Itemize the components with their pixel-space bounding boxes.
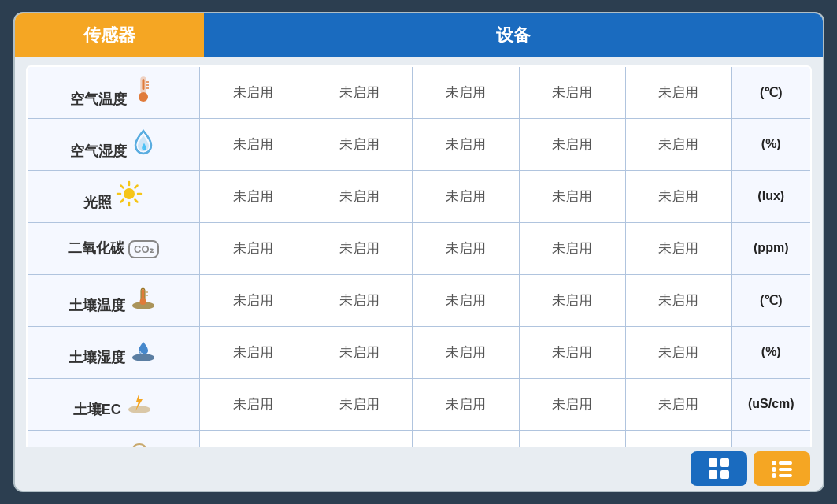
value-cell-r7-c3: 未启用 (519, 430, 625, 447)
svg-line-15 (121, 200, 124, 202)
value-cell-r3-c2: 未启用 (413, 222, 519, 274)
svg-point-22 (132, 354, 154, 361)
svg-point-35 (772, 473, 776, 478)
svg-rect-36 (779, 474, 792, 477)
unit-cell-1: (%) (732, 118, 811, 170)
svg-point-31 (772, 461, 776, 465)
svg-point-7 (124, 188, 135, 199)
value-cell-r4-c0: 未启用 (200, 274, 306, 326)
value-cell-r5-c0: 未启用 (200, 326, 306, 378)
table-row: 土壤湿度 未启用未启用未启用未启用未启用(%) (27, 326, 811, 378)
sensor-cell-6: 土壤EC (27, 378, 200, 430)
svg-text:💧: 💧 (140, 143, 148, 150)
header-device: 设备 (204, 13, 823, 57)
value-cell-r1-c2: 未启用 (413, 118, 519, 170)
value-cell-r6-c4: 未启用 (625, 378, 731, 430)
value-cell-r6-c2: 未启用 (413, 378, 519, 430)
value-cell-r0-c1: 未启用 (306, 66, 413, 118)
soil-ec-icon (125, 402, 154, 417)
value-cell-r2-c0: 未启用 (200, 170, 306, 222)
value-cell-r1-c4: 未启用 (625, 118, 731, 170)
soil-hum-icon (129, 350, 157, 365)
unit-cell-4: (℃) (732, 274, 811, 326)
unit-cell-5: (%) (732, 326, 811, 378)
unit-cell-0: (℃) (732, 66, 811, 118)
value-cell-r5-c2: 未启用 (413, 326, 519, 378)
value-cell-r6-c0: 未启用 (200, 378, 306, 430)
value-cell-r2-c4: 未启用 (625, 170, 731, 222)
value-cell-r5-c3: 未启用 (519, 326, 625, 378)
svg-rect-1 (143, 79, 145, 90)
sensor-cell-3: 二氧化碳 CO₂ (27, 222, 200, 274)
co2-icon: CO₂ (128, 240, 159, 256)
sensor-name: 二氧化碳 (68, 240, 124, 256)
sensor-name: 土壤温度 (69, 298, 125, 313)
value-cell-r0-c4: 未启用 (625, 66, 731, 118)
svg-rect-34 (779, 468, 792, 471)
table-row: 空气湿度 💧 未启用未启用未启用未启用未启用(%) (27, 118, 811, 170)
svg-rect-32 (779, 461, 792, 465)
list-view-button[interactable] (754, 451, 810, 486)
value-cell-r7-c2: 未启用 (413, 430, 519, 447)
value-cell-r2-c3: 未启用 (519, 170, 625, 222)
sensor-label: 传感器 (83, 24, 135, 47)
air-temp-icon (131, 91, 156, 107)
value-cell-r0-c2: 未启用 (413, 66, 519, 118)
value-cell-r6-c1: 未启用 (306, 378, 413, 430)
table-row: 土壤PH PH 未启用未启用未启用未启用未启用(PH) (27, 430, 811, 447)
svg-rect-29 (709, 470, 717, 479)
svg-point-33 (772, 467, 776, 472)
svg-point-23 (128, 406, 150, 413)
table-row: 光照 未启用未启用未启用未启用未启用(lux) (27, 170, 811, 222)
value-cell-r0-c3: 未启用 (519, 66, 625, 118)
value-cell-r3-c0: 未启用 (200, 222, 306, 274)
sensor-name: 土壤湿度 (69, 350, 125, 365)
sensor-cell-2: 光照 (27, 170, 200, 222)
soil-temp-icon (129, 298, 157, 313)
sensor-name: 空气湿度 (70, 143, 127, 159)
table-area: 空气温度 未启用未启用未启用未启用未启用(℃)空气湿度 💧 未启用未启用未启用未… (15, 57, 823, 447)
value-cell-r3-c3: 未启用 (519, 222, 625, 274)
sensor-cell-1: 空气湿度 💧 (27, 118, 200, 170)
table-row: 土壤温度 未启用未启用未启用未启用未启用(℃) (27, 274, 811, 326)
value-cell-r4-c3: 未启用 (519, 274, 625, 326)
value-cell-r6-c3: 未启用 (519, 378, 625, 430)
sensor-name: 土壤EC (73, 402, 121, 417)
footer (15, 447, 823, 491)
sensor-name: 空气温度 (70, 91, 127, 107)
table-row: 土壤EC 未启用未启用未启用未启用未启用(uS/cm) (27, 378, 811, 430)
unit-cell-2: (lux) (732, 170, 811, 222)
svg-rect-18 (142, 289, 144, 298)
svg-point-2 (139, 92, 148, 102)
header: 传感器 设备 (15, 13, 823, 57)
value-cell-r1-c3: 未启用 (519, 118, 625, 170)
value-cell-r7-c4: 未启用 (625, 430, 731, 447)
light-icon (116, 195, 143, 210)
table-row: 空气温度 未启用未启用未启用未启用未启用(℃) (27, 66, 811, 118)
svg-line-12 (121, 186, 124, 188)
value-cell-r0-c0: 未启用 (200, 66, 306, 118)
value-cell-r3-c4: 未启用 (625, 222, 731, 274)
svg-line-14 (135, 186, 138, 188)
value-cell-r3-c1: 未启用 (306, 222, 413, 274)
unit-cell-6: (uS/cm) (732, 378, 811, 430)
value-cell-r7-c1: 未启用 (306, 430, 413, 447)
sensor-cell-0: 空气温度 (27, 66, 200, 118)
svg-line-13 (135, 200, 138, 202)
svg-point-19 (140, 298, 146, 305)
unit-cell-7: (PH) (732, 430, 811, 447)
svg-rect-28 (720, 458, 729, 467)
svg-rect-27 (709, 458, 717, 467)
value-cell-r7-c0: 未启用 (200, 430, 306, 447)
svg-rect-30 (720, 470, 729, 479)
sensor-cell-5: 土壤湿度 (27, 326, 200, 378)
main-container: 传感器 设备 空气温度 未启用未启用未启用未启用未启用(℃)空气湿度 💧 未 (13, 12, 824, 492)
table-row: 二氧化碳 CO₂未启用未启用未启用未启用未启用(ppm) (27, 222, 811, 274)
grid-view-button[interactable] (691, 451, 747, 486)
value-cell-r1-c0: 未启用 (200, 118, 306, 170)
device-label: 设备 (496, 24, 531, 47)
sensor-table: 空气温度 未启用未启用未启用未启用未启用(℃)空气湿度 💧 未启用未启用未启用未… (26, 65, 812, 447)
value-cell-r4-c1: 未启用 (306, 274, 413, 326)
unit-cell-3: (ppm) (732, 222, 811, 274)
sensor-name: 光照 (83, 195, 112, 210)
